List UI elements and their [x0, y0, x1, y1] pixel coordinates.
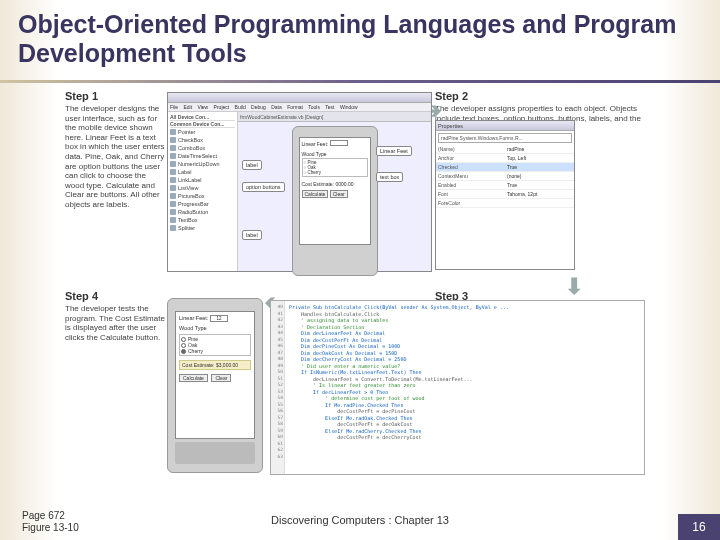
control-icon — [170, 137, 176, 143]
label-wood-type: Wood Type — [179, 325, 251, 331]
toolbox-label: CheckBox — [178, 137, 203, 143]
toolbox-panel: All Device Con... Common Device Con... P… — [168, 112, 238, 271]
toolbox-label: Label — [178, 169, 191, 175]
toolbox-label: Splitter — [178, 225, 195, 231]
design-surface: frmWoodCabinetEstimate.vb [Design] Linea… — [238, 112, 431, 271]
control-icon — [170, 185, 176, 191]
control-icon — [170, 161, 176, 167]
code-editor[interactable]: 4041424344454647484950515253545556575859… — [270, 300, 645, 475]
callout-label: label — [242, 160, 262, 170]
prop-val[interactable] — [505, 199, 574, 208]
toolbox-label: DateTimeSelect — [178, 153, 217, 159]
menu-item[interactable]: Edit — [183, 104, 192, 110]
callout-label: Linear Feet — [376, 146, 412, 156]
step-4-title: Step 4 — [65, 290, 165, 302]
prop-val[interactable]: (none) — [505, 172, 574, 181]
menu-item[interactable]: Build — [235, 104, 246, 110]
menu-item[interactable]: Data — [271, 104, 282, 110]
callout-label: label — [242, 230, 262, 240]
prop-key: (Name) — [436, 145, 505, 154]
prop-key: ForeColor — [436, 199, 505, 208]
toolbox-item[interactable]: ComboBox — [170, 144, 235, 152]
toolbox-item[interactable]: CheckBox — [170, 136, 235, 144]
control-icon — [170, 193, 176, 199]
prop-val[interactable]: radPine — [505, 145, 574, 154]
properties-title: Properties — [436, 121, 574, 131]
content-area: Step 1 The developer designs the user in… — [65, 90, 655, 490]
toolbox-item[interactable]: NumericUpDown — [170, 160, 235, 168]
toolbox-label: ListView — [178, 185, 198, 191]
toolbox-item[interactable]: Splitter — [170, 224, 235, 232]
ide-titlebar — [168, 93, 431, 103]
slide-title: Object-Oriented Programming Languages an… — [0, 0, 720, 72]
toolbox-item[interactable]: Pointer — [170, 128, 235, 136]
slide-number: 16 — [678, 514, 720, 540]
menu-item[interactable]: Window — [340, 104, 358, 110]
device-mock: Linear Feet: Wood Type ○ Pine ○ Oak ○ Ch… — [292, 126, 378, 276]
callout-label: option buttons — [242, 182, 285, 192]
clear-button[interactable]: Clear — [330, 190, 348, 198]
toolbox-item[interactable]: DateTimeSelect — [170, 152, 235, 160]
control-icon — [170, 153, 176, 159]
control-icon — [170, 145, 176, 151]
control-icon — [170, 217, 176, 223]
toolbox-label: LinkLabel — [178, 177, 202, 183]
label-linear-feet: Linear Feet: — [179, 315, 208, 321]
toolbox-item[interactable]: TextBox — [170, 216, 235, 224]
prop-val[interactable]: True — [505, 163, 574, 172]
textbox-linear-feet[interactable] — [330, 140, 348, 146]
slide: Object-Oriented Programming Languages an… — [0, 0, 720, 540]
label-linear-feet: Linear Feet: — [302, 141, 329, 147]
label-cost-est: Cost Estimate: — [302, 181, 335, 187]
calculate-button[interactable]: Calculate — [179, 374, 208, 382]
page-reference: Page 672Figure 13-10 — [22, 510, 79, 534]
toolbox-item[interactable]: RadioButton — [170, 208, 235, 216]
prop-val[interactable]: True — [505, 181, 574, 190]
textbox-linear-feet[interactable]: 12 — [210, 315, 228, 322]
toolbox-item[interactable]: Label — [170, 168, 235, 176]
callout-label: text box — [376, 172, 403, 182]
menu-item[interactable]: Test — [325, 104, 334, 110]
control-icon — [170, 209, 176, 215]
step-4-block: Step 4 The developer tests the program. … — [65, 290, 165, 342]
toolbox-item[interactable]: LinkLabel — [170, 176, 235, 184]
clear-button[interactable]: Clear — [211, 374, 231, 382]
radio-cherry[interactable]: Cherry — [181, 348, 249, 354]
tab-designer[interactable]: frmWoodCabinetEstimate.vb [Design] — [238, 112, 431, 122]
prop-key: Enabled — [436, 181, 505, 190]
ide-menu: File Edit View Project Build Debug Data … — [168, 103, 431, 112]
control-icon — [170, 177, 176, 183]
menu-item[interactable]: Format — [287, 104, 303, 110]
step-1-desc: The developer designs the user interface… — [65, 104, 165, 210]
menu-item[interactable]: Tools — [308, 104, 320, 110]
control-icon — [170, 201, 176, 207]
step-1-title: Step 1 — [65, 90, 165, 102]
toolbox-item[interactable]: ListView — [170, 184, 235, 192]
properties-window: Properties radPine System.Windows.Forms.… — [435, 120, 575, 270]
menu-item[interactable]: Debug — [251, 104, 266, 110]
arrow-icon: ⬇ — [565, 274, 583, 300]
prop-val[interactable]: Tahoma, 12pt — [505, 190, 574, 199]
device-keypad — [175, 442, 255, 464]
properties-grid: (Name)radPine AnchorTop, Left CheckedTru… — [436, 145, 574, 208]
form-designer: Linear Feet: Wood Type ○ Pine ○ Oak ○ Ch… — [299, 137, 371, 245]
cost-estimate-display: Cost Estimate: $3,000.00 — [179, 360, 251, 370]
control-icon — [170, 169, 176, 175]
toolbox-item[interactable]: PictureBox — [170, 192, 235, 200]
opt-label: Cherry — [307, 170, 321, 175]
menu-item[interactable]: File — [170, 104, 178, 110]
control-icon — [170, 225, 176, 231]
radio-cherry[interactable]: ○ Cherry — [304, 170, 366, 175]
menu-item[interactable]: Project — [214, 104, 230, 110]
step-4-desc: The developer tests the program. The Cos… — [65, 304, 165, 342]
ide-window: File Edit View Project Build Debug Data … — [167, 92, 432, 272]
properties-object-select[interactable]: radPine System.Windows.Forms.R... — [438, 133, 572, 143]
calculate-button[interactable]: Calculate — [302, 190, 329, 198]
menu-item[interactable]: View — [197, 104, 208, 110]
control-icon — [170, 129, 176, 135]
prop-key: Anchor — [436, 154, 505, 163]
toolbox-item[interactable]: ProgressBar — [170, 200, 235, 208]
prop-key: ContextMenu — [436, 172, 505, 181]
toolbox-label: RadioButton — [178, 209, 208, 215]
prop-val[interactable]: Top, Left — [505, 154, 574, 163]
